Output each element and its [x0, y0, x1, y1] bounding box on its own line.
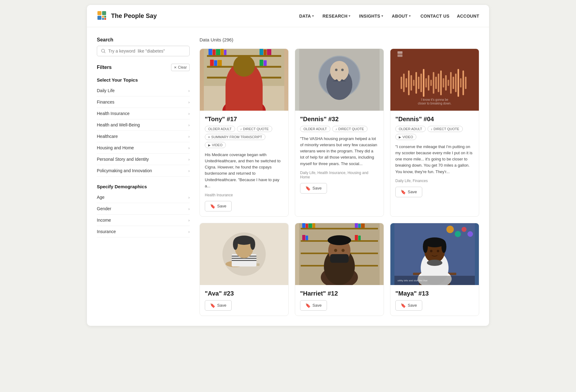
save-button-harriet[interactable]: 🔖 Save [300, 300, 327, 311]
chevron-right-icon: › [188, 157, 190, 162]
svg-text:I know it's gonna be: I know it's gonna be [421, 98, 449, 101]
contact-us-link[interactable]: CONTACT US [420, 14, 449, 19]
svg-rect-91 [302, 223, 305, 228]
nav-about[interactable]: ABOUT ▾ [392, 14, 411, 19]
nav-insights[interactable]: INSIGHTS ▾ [359, 14, 383, 19]
svg-rect-14 [208, 49, 212, 55]
svg-rect-20 [264, 49, 267, 55]
card-category-tony: Health Insurance [205, 193, 283, 197]
card-image-dennis32 [295, 49, 384, 111]
tag-direct-quote-d32: ♪ DIRECT QUOTE [332, 126, 368, 132]
tag-older-adult: OLDER ADULT [205, 126, 235, 132]
save-button-dennis04[interactable]: 🔖 Save [395, 187, 422, 197]
svg-rect-23 [214, 60, 217, 66]
save-button-dennis32[interactable]: 🔖 Save [300, 183, 327, 194]
filter-finances[interactable]: Finances › [97, 96, 190, 108]
topics-filter-list: Daily Life › Finances › Health Insurance… [97, 85, 190, 177]
svg-point-105 [328, 235, 351, 245]
svg-text:utility bills and stuff like t: utility bills and stuff like that [398, 279, 428, 282]
svg-rect-15 [213, 49, 216, 55]
save-button-maya[interactable]: 🔖 Save [395, 300, 422, 311]
filter-income[interactable]: Income › [97, 215, 190, 226]
save-button-ava[interactable]: 🔖 Save [205, 300, 232, 311]
tag-older-adult-d32: OLDER ADULT [300, 126, 330, 132]
card-title-harriet: "Harriet" #12 [300, 290, 379, 297]
music-icon: ♪ [431, 127, 432, 131]
demographics-section: Specify Demographics Age › Gender › Inco… [97, 184, 190, 237]
svg-rect-80 [232, 260, 256, 261]
card-image-harriet [295, 223, 384, 285]
card-text-dennis04: "I conserve the mileage that I'm putting… [395, 144, 474, 175]
bookmark-icon: 🔖 [401, 303, 406, 308]
card-body-ava: "Ava" #23 🔖 Save [200, 285, 288, 316]
svg-rect-21 [267, 49, 271, 55]
chevron-right-icon: › [188, 168, 190, 173]
svg-point-111 [446, 226, 454, 233]
nav-data[interactable]: DATA ▾ [299, 14, 314, 19]
filter-insurance[interactable]: Insurance › [97, 226, 190, 237]
svg-point-28 [227, 81, 261, 111]
filter-health-wellbeing[interactable]: Health and Well-Being › [97, 119, 190, 131]
nav-data-chevron: ▾ [312, 14, 314, 18]
svg-rect-58 [435, 77, 437, 89]
card-image-maya: utility bills and stuff like that [390, 223, 479, 285]
tag-video: ▶ VIDEO [205, 142, 226, 148]
filter-healthcare[interactable]: Healthcare › [97, 131, 190, 142]
svg-rect-50 [415, 72, 417, 94]
chevron-right-icon: › [188, 229, 190, 234]
card-tony-17: "Tony" #17 OLDER ADULT ♪ DIRECT QUOTE ≡ … [200, 49, 289, 217]
chevron-right-icon: › [188, 146, 190, 150]
svg-rect-5 [102, 18, 104, 20]
svg-rect-16 [216, 49, 220, 55]
svg-text:closer to breaking down.: closer to breaking down. [418, 102, 451, 105]
svg-rect-101 [358, 236, 361, 240]
svg-point-113 [462, 227, 466, 232]
video-icon: ▶ [208, 143, 211, 147]
bookmark-icon: 🔖 [210, 204, 215, 209]
demographics-label: Specify Demographics [97, 184, 190, 189]
svg-rect-97 [361, 224, 365, 228]
cards-grid: "Tony" #17 OLDER ADULT ♪ DIRECT QUOTE ≡ … [200, 49, 479, 316]
doc-icon: ≡ [208, 135, 210, 139]
svg-rect-87 [301, 228, 378, 229]
svg-point-27 [222, 98, 266, 111]
svg-rect-11 [207, 55, 281, 57]
card-body-dennis32: "Dennis" #32 OLDER ADULT ♪ DIRECT QUOTE … [295, 111, 384, 198]
svg-point-112 [455, 231, 461, 237]
music-icon: ♪ [336, 127, 337, 131]
save-button-tony[interactable]: 🔖 Save [205, 201, 232, 211]
svg-rect-2 [97, 16, 101, 20]
filter-policymaking[interactable]: Policymaking and Innovation › [97, 165, 190, 177]
clear-x-icon: ✕ [174, 66, 177, 70]
svg-point-122 [423, 241, 428, 253]
card-category-dennis04: Daily Life, Finances [395, 179, 474, 183]
svg-rect-31 [234, 65, 255, 72]
filter-personal-story[interactable]: Personal Story and Identity › [97, 154, 190, 165]
svg-rect-49 [413, 80, 415, 86]
svg-rect-4 [104, 16, 106, 18]
search-section: Search [97, 37, 190, 56]
filter-daily-life[interactable]: Daily Life › [97, 85, 190, 96]
search-input[interactable] [108, 49, 186, 53]
svg-rect-100 [355, 235, 358, 240]
nav-research-chevron: ▾ [349, 14, 350, 18]
card-body-dennis04: "Dennis" #04 OLDER ADULT ♪ DIRECT QUOTE … [390, 111, 479, 202]
svg-point-38 [330, 61, 349, 81]
header: The People Say DATA ▾ RESEARCH ▾ INSIGHT… [87, 5, 489, 27]
filter-gender[interactable]: Gender › [97, 203, 190, 215]
card-maya-13: utility bills and stuff like that "Maya"… [390, 223, 479, 316]
card-title-tony: "Tony" #17 [205, 116, 283, 123]
logo-icon [97, 11, 108, 22]
bookmark-icon: 🔖 [401, 190, 406, 194]
svg-point-84 [250, 239, 255, 250]
filter-housing-home[interactable]: Housing and Home › [97, 142, 190, 154]
filter-age[interactable]: Age › [97, 192, 190, 203]
sidebar: Search Filters ✕ Clear [97, 37, 190, 316]
svg-rect-95 [355, 223, 358, 228]
filter-health-insurance[interactable]: Health Insurance › [97, 108, 190, 119]
clear-button[interactable]: ✕ Clear [171, 64, 190, 71]
svg-rect-44 [401, 77, 402, 89]
account-link[interactable]: ACCOUNT [457, 14, 479, 19]
card-harriet-12: "Harriet" #12 🔖 Save [295, 223, 384, 316]
nav-research[interactable]: RESEARCH ▾ [322, 14, 350, 19]
